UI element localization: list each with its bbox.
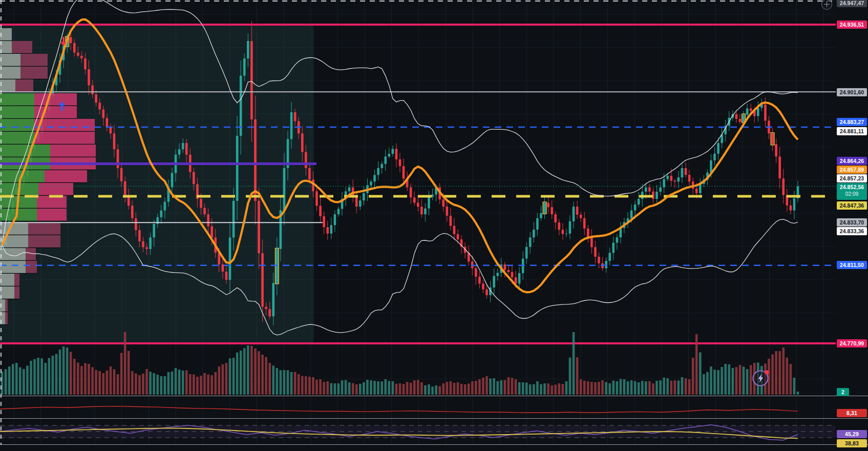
price-axis-label: 24.936,51 (837, 20, 867, 29)
bar-countdown: 02:09 (837, 191, 867, 197)
chart-canvas[interactable] (0, 0, 868, 451)
price-axis-label: 24.833,70 (837, 218, 867, 227)
price-axis-label: 24.864,26 (837, 157, 867, 165)
price-axis-label: 45,29 (837, 430, 867, 438)
price-axis-label: 24.901,60 (837, 88, 867, 96)
price-axis-label: 8,31 (837, 409, 867, 417)
notification-dot (765, 371, 769, 375)
price-axis-label: 24.881,11 (837, 127, 867, 135)
instant-trading-lightning-icon[interactable] (751, 368, 771, 388)
price-axis-label: 24.811,50 (837, 261, 867, 269)
price-axis-label: 24.857,89 (837, 166, 867, 174)
current-price-label: 24.852,5602:09 (837, 183, 867, 200)
price-axis-label: 38,83 (837, 439, 867, 447)
price-axis-label: 24.770,99 (837, 339, 867, 347)
price-axis-label: 2 (837, 388, 849, 396)
trading-chart-window: 24.947,4724.936,5124.901,6024.883,2724.8… (0, 0, 868, 451)
price-axis-label: 24.857,23 (837, 174, 867, 182)
price-axis-label: 24.847,36 (837, 201, 867, 210)
price-axis-label: 24.833,36 (837, 227, 867, 235)
price-axis-label: 24.947,47 (837, 0, 867, 7)
price-axis-label: 24.883,27 (837, 118, 867, 126)
